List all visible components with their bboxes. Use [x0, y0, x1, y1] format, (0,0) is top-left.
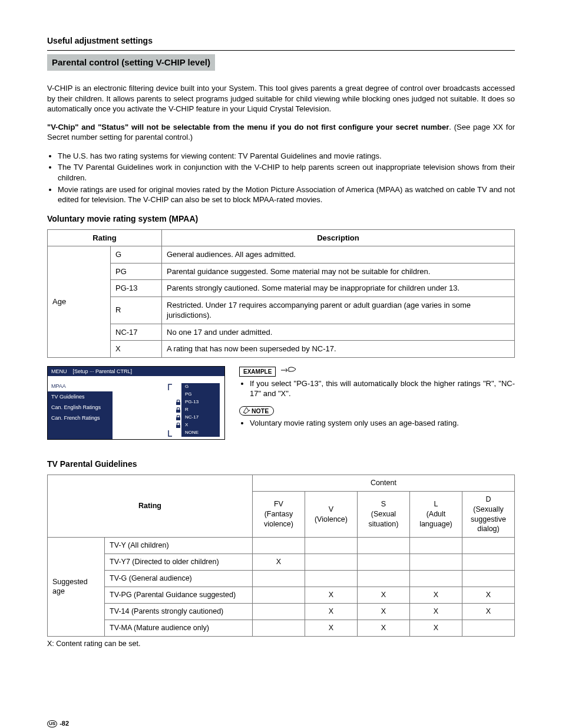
tvpg-row-label: TV-14 (Parents strongly cautioned)	[105, 603, 253, 620]
tvpg-mark-cell	[252, 571, 305, 587]
note-label: NOTE	[239, 406, 274, 416]
tvpg-mark-cell: X	[409, 603, 462, 620]
osd-menu-left-column: MPAA TV Guidelines Can. English Ratings …	[48, 381, 113, 439]
tvpg-mark-cell	[409, 571, 462, 587]
example-text: If you select "PG-13", this will automat…	[250, 378, 515, 399]
bullet-item: Movie ratings are used for original movi…	[58, 185, 515, 205]
tvpg-mark-cell: X	[409, 587, 462, 603]
osd-rating-row: R	[167, 406, 220, 414]
osd-rating-label: PG-13	[181, 398, 220, 406]
mpaa-desc: Parents strongly cautioned. Some materia…	[162, 280, 515, 297]
tvpg-mark-cell	[305, 571, 357, 587]
mpaa-table: Rating Description Age G General audienc…	[47, 229, 515, 358]
osd-rating-label: X	[181, 421, 220, 429]
mpaa-code: X	[111, 341, 162, 358]
osd-rating-label: PG	[181, 391, 220, 398]
page-header: Useful adjustment settings	[47, 35, 515, 47]
tvpg-mark-cell	[462, 620, 514, 636]
tvpg-mark-cell	[252, 538, 305, 554]
tvpg-mark-cell: X	[462, 587, 514, 603]
tvpg-table: Rating Content FV(Fantasy violence)V(Vio…	[47, 475, 515, 637]
cursor-bracket-icon	[167, 384, 173, 391]
tvpg-mark-cell	[252, 603, 305, 620]
note-text: Voluntary movie rating system only uses …	[250, 418, 515, 429]
osd-rating-label: NC-17	[181, 414, 220, 421]
tvpg-row-label: TV-Y7 (Directed to older children)	[105, 554, 253, 571]
tvpg-row-label: TV-G (General audience)	[105, 571, 253, 587]
tvpg-mark-cell: X	[357, 587, 409, 603]
example-note-column: EXAMPLE If you select "PG-13", this will…	[239, 366, 515, 432]
osd-left-item: MPAA	[48, 381, 113, 391]
mpaa-code: NC-17	[111, 324, 162, 341]
osd-menu-title-right: [Setup ··· Parental CTRL]	[73, 368, 133, 374]
mpaa-desc: No one 17 and under admitted.	[162, 324, 515, 341]
tvpg-th-content: Content	[252, 475, 514, 491]
tvpg-mark-cell: X	[305, 620, 357, 636]
osd-rating-row: X	[167, 421, 220, 429]
osd-rating-row: PG	[167, 391, 220, 398]
tvpg-mark-cell	[409, 538, 462, 554]
osd-left-item: TV Guidelines	[48, 391, 113, 402]
tvpg-mark-cell	[357, 538, 409, 554]
mpaa-desc: General audiences. All ages admitted.	[162, 246, 515, 263]
bullet-item: The TV Parental Guidelines work in conju…	[58, 162, 515, 183]
page-footer: US -82	[47, 719, 515, 728]
tvpg-mark-cell	[305, 538, 357, 554]
mpaa-group: Age	[48, 246, 111, 358]
tvpg-heading: TV Parental Guidelines	[47, 459, 515, 470]
osd-rating-label: NONE	[181, 429, 220, 437]
svg-rect-3	[176, 425, 180, 428]
section-banner: Parental control (setting V-CHIP level)	[47, 54, 215, 71]
tvpg-mark-cell	[409, 554, 462, 571]
tvpg-col-header: V(Violence)	[305, 491, 357, 538]
tvpg-mark-cell	[252, 587, 305, 603]
tvpg-col-header: FV(Fantasy violence)	[252, 491, 305, 538]
tvpg-mark-cell: X	[409, 620, 462, 636]
header-rule	[47, 50, 515, 51]
osd-left-item: Can. English Ratings	[48, 402, 113, 413]
mpaa-th-desc: Description	[162, 229, 515, 246]
tvpg-mark-cell: X	[357, 603, 409, 620]
tvpg-mark-cell	[357, 554, 409, 571]
intro-paragraph-1: V-CHIP is an electronic filtering device…	[47, 83, 515, 114]
osd-rating-row: G	[167, 383, 220, 391]
mpaa-th-rating: Rating	[48, 229, 162, 246]
tvpg-mark-cell: X	[357, 620, 409, 636]
example-label: EXAMPLE	[239, 367, 276, 377]
lock-icon	[174, 407, 181, 413]
tvpg-mark-cell	[305, 554, 357, 571]
tvpg-mark-cell	[462, 571, 514, 587]
mpaa-heading: Voluntary movie rating system (MPAA)	[47, 213, 515, 225]
intro-paragraph-2: "V-Chip" and "Status" will not be select…	[47, 122, 515, 143]
osd-rating-row: NONE	[167, 429, 220, 437]
svg-rect-0	[176, 402, 180, 405]
note-icon	[243, 407, 250, 414]
tvpg-row-label: TV-Y (All children)	[105, 538, 253, 554]
intro-bullets: The U.S. has two rating systems for view…	[47, 151, 515, 205]
osd-left-item: Can. French Ratings	[48, 413, 113, 423]
bullet-item: The U.S. has two rating systems for view…	[58, 151, 515, 162]
tvpg-mark-cell	[462, 538, 514, 554]
tvpg-footnote: X: Content rating can be set.	[47, 639, 515, 649]
tvpg-row-label: TV-PG (Parental Guidance suggested)	[105, 587, 253, 603]
osd-menu-illustration: MENU [Setup ··· Parental CTRL] MPAA TV G…	[47, 366, 225, 440]
us-badge-icon: US	[47, 720, 57, 727]
svg-rect-1	[176, 410, 180, 413]
tvpg-th-rating: Rating	[48, 475, 253, 537]
tvpg-col-header: D(Sexually suggestive dialog)	[462, 491, 514, 538]
osd-menu-title: MENU [Setup ··· Parental CTRL]	[48, 367, 224, 376]
intro-bold: "V-Chip" and "Status" will not be select…	[47, 123, 449, 131]
tvpg-mark-cell: X	[462, 603, 514, 620]
tvpg-mark-cell: X	[305, 603, 357, 620]
tvpg-mark-cell	[462, 554, 514, 571]
mpaa-desc: Restricted. Under 17 requires accompanyi…	[162, 297, 515, 324]
mpaa-desc: Parental guidance suggested. Some materi…	[162, 263, 515, 280]
lock-icon	[174, 415, 181, 421]
tvpg-mark-cell	[252, 620, 305, 636]
osd-menu-right-column: GPGPG-13RNC-17XNONE	[113, 381, 224, 439]
tvpg-mark-cell: X	[305, 587, 357, 603]
osd-menu-title-left: MENU	[51, 368, 67, 374]
mpaa-code: PG-13	[111, 280, 162, 297]
tvpg-col-header: S(Sexual situation)	[357, 491, 409, 538]
tvpg-mark-cell	[357, 571, 409, 587]
